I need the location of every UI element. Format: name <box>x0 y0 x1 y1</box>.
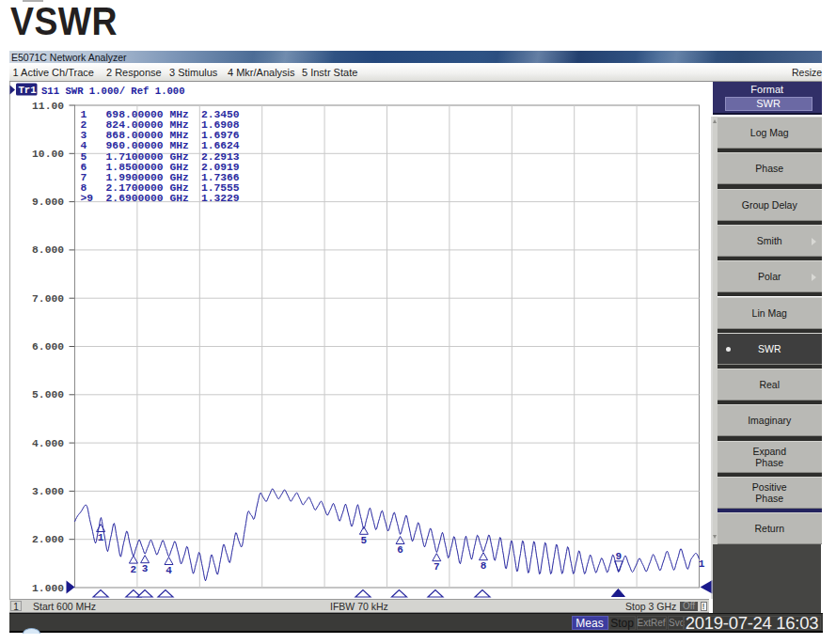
svg-text:10.00: 10.00 <box>32 149 64 160</box>
svg-text:9: 9 <box>615 551 622 562</box>
svg-text:4: 4 <box>166 565 172 576</box>
svg-text:1.7366: 1.7366 <box>201 172 240 183</box>
svg-text:2.6900000 GHz: 2.6900000 GHz <box>106 193 189 204</box>
svg-text:9.000: 9.000 <box>32 196 64 208</box>
svg-text:2.2913: 2.2913 <box>201 151 240 163</box>
svg-text:1.6624: 1.6624 <box>201 140 240 151</box>
svg-text:5: 5 <box>361 535 368 546</box>
svg-text:1: 1 <box>81 109 87 120</box>
svg-text:1.7100000 GHz: 1.7100000 GHz <box>106 151 189 163</box>
svg-text:8: 8 <box>481 560 487 572</box>
svg-text:2.000: 2.000 <box>32 534 64 545</box>
svg-text:5: 5 <box>81 151 87 163</box>
svg-text:2: 2 <box>131 564 137 575</box>
svg-text:7.000: 7.000 <box>32 293 64 305</box>
svg-text:S11 SWR 1.000/ Ref 1.000: S11 SWR 1.000/ Ref 1.000 <box>41 86 185 97</box>
svg-text:1: 1 <box>699 558 705 570</box>
svg-text:>9: >9 <box>81 193 94 204</box>
svg-text:1: 1 <box>98 532 104 543</box>
svg-text:2.3450: 2.3450 <box>201 109 240 120</box>
svg-text:7: 7 <box>434 561 440 573</box>
svg-text:7: 7 <box>81 172 87 183</box>
svg-text:1.000: 1.000 <box>32 583 64 594</box>
svg-text:6: 6 <box>397 544 403 556</box>
svg-text:3.000: 3.000 <box>32 486 64 497</box>
svg-text:4.000: 4.000 <box>32 438 64 449</box>
svg-text:1.3229: 1.3229 <box>201 193 240 204</box>
svg-text:5.000: 5.000 <box>32 389 64 401</box>
svg-text:6.000: 6.000 <box>32 341 64 353</box>
svg-text:11.00: 11.00 <box>32 101 64 112</box>
svg-text:1.9900000 GHz: 1.9900000 GHz <box>106 172 189 183</box>
svg-text:698.00000 MHz: 698.00000 MHz <box>106 109 189 120</box>
svg-text:Tr1: Tr1 <box>19 85 37 96</box>
svg-text:960.00000 MHz: 960.00000 MHz <box>106 140 189 151</box>
svg-text:4: 4 <box>81 140 87 151</box>
svg-text:3: 3 <box>142 563 149 574</box>
svg-text:8.000: 8.000 <box>32 244 64 256</box>
